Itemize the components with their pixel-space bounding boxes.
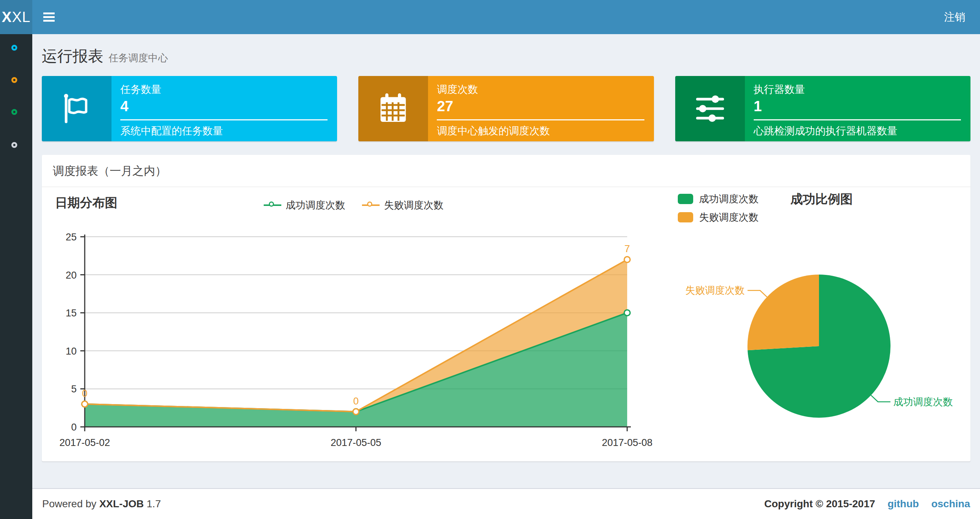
info-box-value: 4 (120, 97, 328, 115)
svg-text:7: 7 (624, 243, 630, 254)
svg-text:25: 25 (66, 232, 76, 243)
top-navbar: XXL 注销 (0, 0, 980, 34)
info-box-label: 调度次数 (437, 83, 644, 96)
svg-text:10: 10 (66, 346, 76, 357)
line-chart-canvas: 05101520252017-05-022017-05-052017-05-08… (53, 194, 654, 451)
pie-chart-canvas: 成功调度次数失败调度次数 (675, 190, 968, 452)
footer-brand: XXL-JOB (99, 498, 144, 509)
info-box-value: 27 (437, 97, 644, 115)
svg-text:5: 5 (71, 383, 76, 394)
pie-chart: 成功比例图 成功调度次数失败调度次数 成功调度次数失败调度次数 (675, 190, 968, 452)
svg-text:0: 0 (82, 388, 87, 399)
info-box-divider (437, 119, 644, 120)
info-box-description: 调度中心触发的调度次数 (437, 124, 644, 138)
panel-body: 日期分布图 成功调度次数失败调度次数 05101520252017-05-022… (42, 187, 970, 461)
footer-right: Copyright © 2015-2017 github oschina (764, 498, 970, 510)
info-box-row: 任务数量 4 系统中配置的任务数量 调度次数 27 调度中心触发的调度次数 执行 (42, 76, 970, 141)
info-box-executors: 执行器数量 1 心跳检测成功的执行器机器数量 (675, 76, 970, 141)
svg-text:失败调度次数: 失败调度次数 (685, 285, 745, 296)
footer-version: 1.7 (147, 498, 161, 509)
svg-text:2017-05-08: 2017-05-08 (602, 437, 652, 448)
main-content: 运行报表任务调度中心 任务数量 4 系统中配置的任务数量 调度次数 27 调度中… (32, 34, 980, 488)
page-subtitle: 任务调度中心 (108, 53, 168, 64)
calendar-icon (358, 76, 428, 141)
info-box-value: 1 (754, 97, 961, 115)
navbar-spacer (65, 0, 929, 34)
logout-link[interactable]: 注销 (929, 0, 980, 34)
footer-powered-by: Powered by XXL-JOB 1.7 (42, 498, 161, 510)
info-box-jobs: 任务数量 4 系统中配置的任务数量 (42, 76, 337, 141)
github-link[interactable]: github (888, 498, 919, 509)
app-logo[interactable]: XXL (0, 0, 32, 34)
page-header: 运行报表任务调度中心 (42, 34, 970, 76)
info-box-divider (120, 119, 328, 120)
svg-text:15: 15 (66, 308, 76, 319)
line-chart: 日期分布图 成功调度次数失败调度次数 05101520252017-05-022… (53, 194, 654, 451)
svg-text:成功调度次数: 成功调度次数 (893, 396, 953, 407)
info-box-description: 系统中配置的任务数量 (120, 124, 328, 138)
sidebar-item-log[interactable] (11, 109, 17, 115)
svg-text:20: 20 (66, 270, 76, 281)
info-box-label: 任务数量 (120, 83, 328, 96)
info-box-triggers: 调度次数 27 调度中心触发的调度次数 (358, 76, 654, 141)
panel-title: 调度报表（一月之内） (42, 155, 970, 187)
sidebar-item-report[interactable] (11, 45, 17, 51)
sidebar-toggle-button[interactable] (32, 0, 65, 34)
flag-icon (42, 76, 111, 141)
oschina-link[interactable]: oschina (931, 498, 970, 509)
info-box-divider (754, 119, 961, 120)
svg-text:2017-05-02: 2017-05-02 (59, 437, 110, 448)
info-box-description: 心跳检测成功的执行器机器数量 (754, 124, 961, 138)
svg-text:0: 0 (71, 422, 76, 433)
svg-text:2017-05-05: 2017-05-05 (331, 437, 381, 448)
page-title: 运行报表 (42, 47, 103, 65)
sliders-icon (675, 76, 745, 141)
footer: Powered by XXL-JOB 1.7 Copyright © 2015-… (32, 488, 980, 519)
sidebar-item-help[interactable] (11, 142, 17, 148)
report-panel: 调度报表（一月之内） 日期分布图 成功调度次数失败调度次数 0510152025… (42, 155, 970, 462)
footer-copyright: Copyright © 2015-2017 (764, 498, 875, 509)
hamburger-icon (43, 13, 55, 22)
svg-text:0: 0 (353, 396, 359, 407)
sidebar (0, 34, 32, 519)
sidebar-item-job[interactable] (11, 77, 17, 83)
info-box-label: 执行器数量 (754, 83, 961, 96)
